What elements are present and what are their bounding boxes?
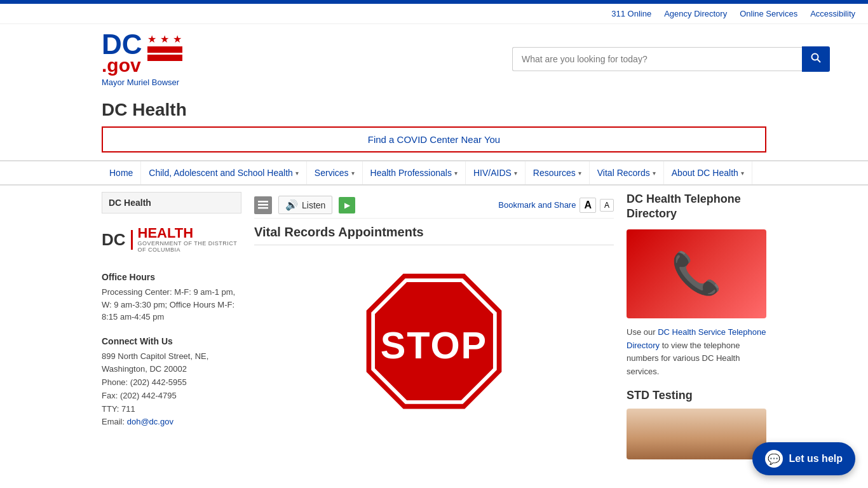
text-mode-icon[interactable]: [254, 196, 272, 214]
stop-sign-container: STOP: [254, 255, 614, 427]
site-header: DC .gov ★ ★ ★ Mayor Muriel Bowser: [0, 24, 868, 93]
connect-label: Connect With Us: [102, 336, 241, 346]
svg-text:STOP: STOP: [381, 324, 487, 367]
chat-button[interactable]: 💬 Let us help: [752, 442, 855, 459]
chevron-down-icon: ▾: [295, 170, 299, 177]
dc-flag: ★ ★ ★: [147, 33, 182, 61]
nav-about-dc-health[interactable]: About DC Health ▾: [664, 161, 752, 184]
telephone-description: Use our DC Health Service Telephone Dire…: [627, 326, 766, 379]
chevron-down-icon: ▾: [741, 170, 744, 177]
office-hours-section: Office Hours Processing Center: M-F: 9 a…: [102, 272, 241, 323]
gov-letters: .gov: [102, 56, 142, 75]
chevron-down-icon: ▾: [578, 170, 581, 177]
nav-services[interactable]: Services ▾: [307, 161, 363, 184]
phone-image: 📞: [627, 229, 766, 318]
nav-child-health[interactable]: Child, Adolescent and School Health ▾: [141, 161, 306, 184]
play-button[interactable]: ▶: [339, 197, 355, 214]
lines-icon: [258, 201, 268, 210]
chat-label: Let us help: [789, 453, 843, 459]
svg-rect-4: [258, 207, 268, 209]
link-311-online[interactable]: 311 Online: [611, 9, 651, 18]
nav-health-professionals[interactable]: Health Professionals ▾: [363, 161, 466, 184]
page-title: DC Health: [102, 100, 855, 120]
nav-vital-records[interactable]: Vital Records ▾: [590, 161, 664, 184]
office-hours-label: Office Hours: [102, 272, 241, 282]
content-wrapper: DC Health DC HEALTH GOVERNMENT OF THE DI…: [0, 186, 868, 459]
svg-rect-2: [258, 201, 268, 203]
section-title: Vital Records Appointments: [254, 225, 614, 245]
dc-gov-logo[interactable]: DC .gov ★ ★ ★: [102, 30, 182, 75]
chat-icon: 💬: [765, 450, 783, 459]
main-nav: Home Child, Adolescent and School Health…: [0, 160, 868, 186]
link-agency-directory[interactable]: Agency Directory: [664, 9, 727, 18]
stop-sign: STOP: [361, 268, 507, 414]
star-1: ★: [147, 33, 156, 45]
bookmark-link[interactable]: Bookmark and Share: [498, 200, 576, 210]
listen-label: Listen: [302, 200, 325, 210]
main-content: 🔊 Listen ▶ Bookmark and Share A A Vital …: [254, 186, 614, 459]
dc-health-logo-box: DC HEALTH GOVERNMENT OF THE DISTRICT OF …: [102, 226, 241, 253]
link-accessibility[interactable]: Accessibility: [810, 9, 855, 18]
search-input[interactable]: [512, 47, 802, 71]
telephone-title: DC Health Telephone Directory: [627, 192, 766, 222]
svg-point-0: [812, 53, 818, 60]
sidebar-title: DC Health: [102, 192, 241, 214]
nav-hiv-aids[interactable]: HIV/AIDS ▾: [466, 161, 526, 184]
logo-area: DC .gov ★ ★ ★ Mayor Muriel Bowser: [102, 30, 229, 87]
listen-button[interactable]: 🔊 Listen: [278, 196, 332, 214]
right-sidebar: DC Health Telephone Directory 📞 Use our …: [627, 186, 766, 459]
covid-link[interactable]: Find a COVID Center Near You: [368, 134, 500, 145]
std-testing-image: [627, 409, 766, 459]
search-icon: [811, 53, 821, 63]
phone-icon: 📞: [671, 250, 722, 297]
connect-section: Connect With Us 899 North Capitol Street…: [102, 336, 241, 430]
mayor-link[interactable]: Mayor Muriel Bowser: [102, 78, 179, 87]
stripe-2: [147, 55, 182, 61]
left-sidebar: DC Health DC HEALTH GOVERNMENT OF THE DI…: [102, 186, 241, 459]
chevron-down-icon: ▾: [514, 170, 517, 177]
chevron-down-icon: ▾: [653, 170, 656, 177]
top-links-bar: 311 Online Agency Directory Online Servi…: [0, 4, 868, 24]
svg-rect-3: [258, 204, 268, 206]
font-large-button[interactable]: A: [580, 198, 596, 213]
chevron-down-icon: ▾: [351, 170, 355, 177]
link-online-services[interactable]: Online Services: [740, 9, 797, 18]
dc-health-name: HEALTH: [138, 226, 241, 240]
page-title-area: DC Health: [0, 93, 868, 120]
speaker-icon: 🔊: [285, 199, 298, 211]
chevron-down-icon: ▾: [454, 170, 458, 177]
nav-resources[interactable]: Resources ▾: [526, 161, 590, 184]
dc-health-subtitle: GOVERNMENT OF THE DISTRICT OF COLUMBIA: [138, 240, 241, 253]
search-area: [512, 46, 830, 72]
star-2: ★: [160, 33, 169, 45]
svg-line-1: [818, 59, 821, 62]
search-button[interactable]: [802, 46, 830, 72]
std-testing-title: STD Testing: [627, 389, 766, 402]
stripe-1: [147, 46, 182, 53]
bookmark-area: Bookmark and Share A A: [498, 198, 614, 213]
office-hours-details: Processing Center: M-F: 9 am-1 pm, W: 9 …: [102, 286, 241, 323]
covid-banner: Find a COVID Center Near You: [102, 126, 766, 152]
nav-home[interactable]: Home: [102, 161, 141, 184]
connect-address: 899 North Capitol Street, NE, Washington…: [102, 350, 241, 430]
font-small-button[interactable]: A: [600, 199, 614, 212]
email-link[interactable]: doh@dc.gov: [127, 417, 173, 426]
star-3: ★: [173, 33, 182, 45]
dc-health-dc: DC: [102, 230, 133, 250]
listen-bar: 🔊 Listen ▶ Bookmark and Share A A: [254, 192, 614, 219]
